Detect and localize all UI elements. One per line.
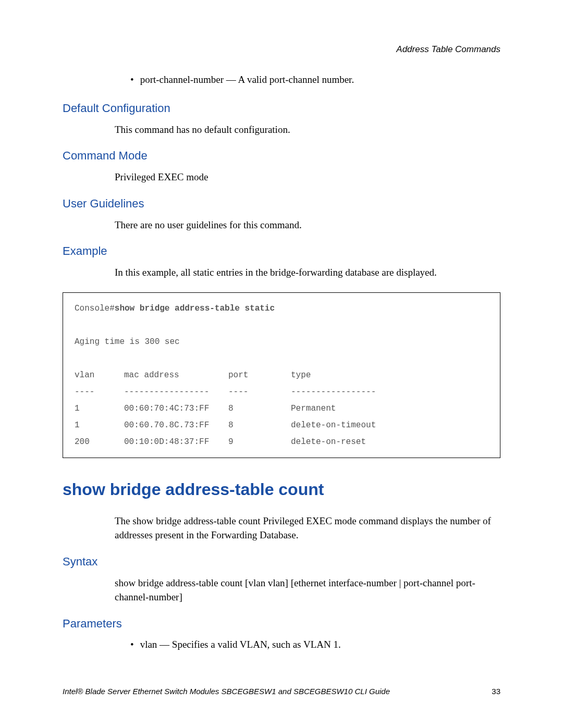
cell-vlan: 200 [75, 434, 124, 450]
table-separator: ---- ----------------- ---- ------------… [75, 384, 488, 400]
col-mac: mac address [124, 367, 228, 384]
footer-title: Intel® Blade Server Ethernet Switch Modu… [63, 687, 390, 696]
command-description: The show bridge address-table count Priv… [115, 514, 500, 542]
col-port: port [228, 367, 291, 384]
cell-mac: 00:60:70:4C:73:FF [124, 400, 228, 417]
console-aging: Aging time is 300 sec [75, 334, 488, 350]
body-example: In this example, all static entries in t… [115, 265, 500, 280]
bullet-text: port-channel-number — A valid port-chann… [140, 73, 354, 87]
page-content: • port-channel-number — A valid port-cha… [63, 73, 500, 652]
running-header: Address Table Commands [396, 44, 500, 55]
command-title: show bridge address-table count [63, 480, 500, 499]
sep-mac: ----------------- [124, 384, 228, 400]
table-header: vlan mac address port type [75, 367, 488, 384]
table-row: 1 00:60:70:4C:73:FF 8 Permanent [75, 400, 488, 417]
cell-port: 9 [228, 434, 291, 450]
console-blank [75, 317, 488, 334]
console-prompt: Console# [75, 300, 115, 317]
bullet-icon: • [130, 73, 134, 87]
body-user-guidelines: There are no user guidelines for this co… [115, 218, 500, 232]
cell-mac: 00:10:0D:48:37:FF [124, 434, 228, 450]
cell-type: Permanent [291, 400, 488, 417]
col-vlan: vlan [75, 367, 124, 384]
console-command: show bridge address-table static [115, 300, 275, 317]
bullet-port-channel: • port-channel-number — A valid port-cha… [130, 73, 500, 87]
cell-type: delete-on-reset [291, 434, 488, 450]
console-blank [75, 350, 488, 367]
bullet-icon: • [130, 638, 134, 652]
page-footer: Intel® Blade Server Ethernet Switch Modu… [63, 687, 500, 696]
page-number: 33 [492, 687, 500, 696]
cell-port: 8 [228, 417, 291, 434]
heading-default-configuration: Default Configuration [63, 102, 500, 115]
heading-syntax: Syntax [63, 555, 500, 569]
heading-example: Example [63, 244, 500, 258]
body-default-configuration: This command has no default configuratio… [115, 122, 500, 137]
table-row: 200 00:10:0D:48:37:FF 9 delete-on-reset [75, 434, 488, 450]
body-command-mode: Privileged EXEC mode [115, 170, 500, 184]
heading-user-guidelines: User Guidelines [63, 197, 500, 211]
cell-port: 8 [228, 400, 291, 417]
cell-vlan: 1 [75, 400, 124, 417]
cell-vlan: 1 [75, 417, 124, 434]
cell-mac: 00:60.70.8C.73:FF [124, 417, 228, 434]
table-row: 1 00:60.70.8C.73:FF 8 delete-on-timeout [75, 417, 488, 434]
heading-command-mode: Command Mode [63, 149, 500, 163]
body-syntax: show bridge address-table count [vlan vl… [115, 576, 500, 604]
cell-type: delete-on-timeout [291, 417, 488, 434]
sep-type: ----------------- [291, 384, 488, 400]
sep-vlan: ---- [75, 384, 124, 400]
console-line: Console# show bridge address-table stati… [75, 300, 488, 317]
console-output: Console# show bridge address-table stati… [63, 292, 500, 458]
col-type: type [291, 367, 488, 384]
bullet-vlan: • vlan — Specifies a valid VLAN, such as… [130, 638, 500, 652]
heading-parameters: Parameters [63, 617, 500, 631]
sep-port: ---- [228, 384, 291, 400]
bullet-text: vlan — Specifies a valid VLAN, such as V… [140, 638, 341, 652]
